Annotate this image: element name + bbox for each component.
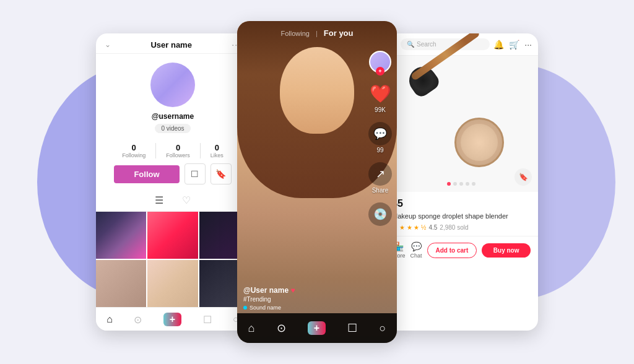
screens-container: ⌄ User name ··· @username 0 videos 0 Fol… <box>0 0 634 364</box>
phone-center: Following | For you + ❤️ 99K 💬 99 <box>237 21 397 343</box>
buy-now-button[interactable]: Buy now <box>482 243 531 258</box>
image-dot[interactable] <box>472 182 476 186</box>
feed-username: @User name ♥ <box>243 286 363 295</box>
create-nav-button[interactable]: + <box>163 313 181 326</box>
grid-tab-icon[interactable]: ☰ <box>155 194 163 206</box>
add-to-cart-button[interactable]: Add to cart <box>427 243 477 258</box>
foryou-tab[interactable]: For you <box>324 28 354 38</box>
profile-header-title: User name <box>150 40 191 50</box>
heart-tab-icon[interactable]: ♡ <box>182 194 191 206</box>
cart-icon[interactable]: 🛒 <box>509 40 519 50</box>
feed-home-icon[interactable]: ⌂ <box>248 322 255 335</box>
grid-item[interactable] <box>147 212 198 259</box>
search-icon: 🔍 <box>407 41 414 48</box>
profile-tabs: ☰ ♡ <box>96 189 250 212</box>
notification-icon[interactable]: 🔔 <box>493 40 504 50</box>
image-dot[interactable] <box>466 182 469 186</box>
message-icon: ☐ <box>191 169 199 179</box>
search-bar[interactable]: 🔍 Search <box>401 38 490 50</box>
feed-create-button[interactable]: + <box>308 321 326 335</box>
feed-profile-icon[interactable]: ○ <box>379 322 386 335</box>
comment-count: 99 <box>376 147 383 154</box>
shop-header-icons: 🔔 🛒 ··· <box>493 40 532 50</box>
bookmark-button[interactable]: 🔖 <box>211 163 232 184</box>
tab-divider: | <box>316 30 318 37</box>
profile-username: @username <box>152 112 194 121</box>
image-dot[interactable] <box>459 182 463 186</box>
music-disc-icon[interactable]: 💿 <box>368 202 392 226</box>
comment-icon[interactable]: 💬 <box>368 122 392 145</box>
videos-badge: 0 videos <box>155 124 190 133</box>
profile-avatar-section: @username 0 videos <box>96 54 250 138</box>
sound-dot-icon <box>243 306 247 310</box>
profile-actions: Follow ☐ 🔖 <box>105 163 241 184</box>
profile-bottom-nav: ⌂ ⊙ + ☐ ○ <box>96 307 250 331</box>
search-placeholder: Search <box>417 41 436 48</box>
like-action: ❤️ 99K <box>368 82 392 113</box>
bookmark-icon: 🔖 <box>215 169 226 179</box>
product-image: 🔖 <box>384 56 538 192</box>
product-title: Makeup sponge droplet shape blender <box>392 212 531 221</box>
phone-left: ⌄ User name ··· @username 0 videos 0 Fol… <box>96 33 250 331</box>
follow-plus-icon: + <box>376 67 384 76</box>
chat-label: Chat <box>410 253 422 259</box>
product-visual <box>384 56 538 192</box>
more-icon[interactable]: ··· <box>524 40 532 50</box>
following-count: 0 <box>132 143 136 152</box>
bookmark-icon: 🔖 <box>519 173 528 181</box>
message-button[interactable]: ☐ <box>185 163 206 184</box>
following-stat: 0 Following <box>112 143 155 158</box>
feed-face <box>280 47 354 134</box>
star-rating-icon: ★ ★ ★ ★ ½ <box>392 224 426 231</box>
shop-info: $5 Makeup sponge droplet shape blender ★… <box>384 192 538 236</box>
image-dot[interactable] <box>447 182 451 186</box>
shop-bottom-actions: 🏪 Store 💬 Chat Add to cart Buy now <box>384 236 538 264</box>
creator-avatar[interactable]: + <box>369 51 391 73</box>
avatar <box>150 63 195 107</box>
feed-sound: Sound name <box>243 305 363 311</box>
music-action: 💿 <box>368 202 392 226</box>
feed-hashtag: #Trending <box>243 296 363 303</box>
compact-powder <box>454 118 504 167</box>
profile-grid <box>96 212 250 307</box>
followers-stat: 0 Followers <box>155 143 200 158</box>
feed-background: Following | For you + ❤️ 99K 💬 99 <box>237 21 397 343</box>
rating-number: 4.5 <box>428 224 437 231</box>
feed-right-actions: + ❤️ 99K 💬 99 ↗ Share <box>368 51 392 226</box>
image-dot[interactable] <box>453 182 457 186</box>
comment-action: 💬 99 <box>368 122 392 154</box>
feed-bottom-info: @User name ♥ #Trending Sound name <box>243 286 363 311</box>
product-image-dots <box>447 182 476 186</box>
feed-inbox-icon[interactable]: ☐ <box>347 321 357 335</box>
like-count: 99K <box>375 106 386 113</box>
chat-action[interactable]: 💬 Chat <box>410 241 422 259</box>
followers-label: Followers <box>166 152 190 158</box>
grid-item[interactable] <box>96 212 146 259</box>
follow-button[interactable]: Follow <box>114 165 179 183</box>
home-nav-icon[interactable]: ⌂ <box>106 314 113 325</box>
grid-item[interactable] <box>147 260 198 307</box>
following-label: Following <box>122 152 145 158</box>
inbox-nav-icon[interactable]: ☐ <box>203 314 212 326</box>
profile-header: ⌄ User name ··· <box>96 33 250 54</box>
likes-label: Likes <box>211 152 224 158</box>
share-label: Share <box>372 187 389 194</box>
compact-inner <box>461 124 498 161</box>
likes-stat: 0 Likes <box>200 143 233 158</box>
feed-bottom-nav: ⌂ ⊙ + ☐ ○ <box>237 313 397 343</box>
product-rating: ★ ★ ★ ★ ½ 4.5 2,980 sold <box>392 224 531 231</box>
save-button[interactable]: 🔖 <box>515 168 532 186</box>
chat-icon: 💬 <box>411 241 422 251</box>
product-price: $5 <box>392 198 531 209</box>
share-icon[interactable]: ↗ <box>368 162 392 186</box>
verified-heart-icon: ♥ <box>290 286 295 295</box>
heart-icon[interactable]: ❤️ <box>368 82 392 105</box>
sold-count: 2,980 sold <box>440 224 468 231</box>
following-tab[interactable]: Following <box>281 30 310 37</box>
feed-search-icon[interactable]: ⊙ <box>277 321 286 335</box>
back-chevron-icon[interactable]: ⌄ <box>105 40 111 49</box>
sound-name: Sound name <box>250 305 281 311</box>
share-action: ↗ Share <box>368 162 392 194</box>
grid-item[interactable] <box>96 260 146 307</box>
search-nav-icon[interactable]: ⊙ <box>134 314 142 326</box>
